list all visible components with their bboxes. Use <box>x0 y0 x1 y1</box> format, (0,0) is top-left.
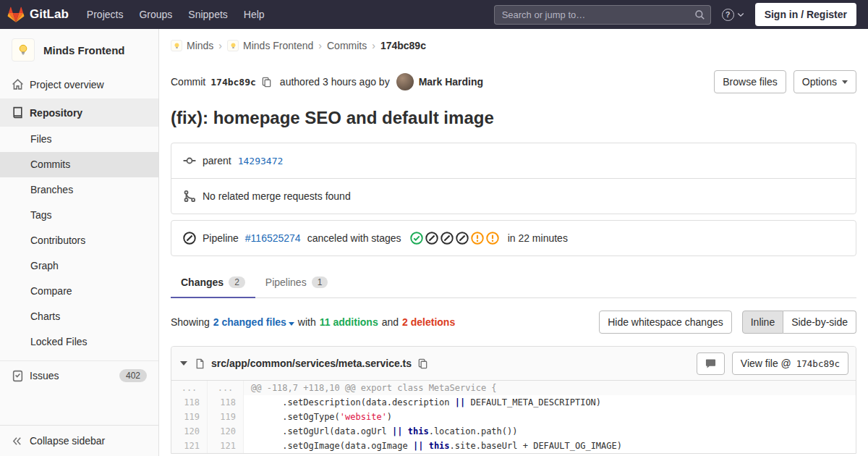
breadcrumb: Minds › Minds Frontend › Commits › 174bc… <box>171 29 856 61</box>
sidebar-item-repository[interactable]: Repository <box>0 98 158 127</box>
sidebar-item-issues[interactable]: Issues 402 <box>0 360 158 390</box>
sidebar-subitem-files[interactable]: Files <box>0 127 158 152</box>
nav-item-help[interactable]: Help <box>236 0 273 29</box>
options-dropdown-button[interactable]: Options <box>793 70 856 93</box>
file-icon <box>195 358 205 369</box>
old-line-number[interactable]: 118 <box>171 395 208 410</box>
with-label: with <box>298 316 316 328</box>
diff-line-row: 121 121 .setOgImage(data.ogImage || this… <box>171 439 856 453</box>
comment-button[interactable] <box>697 352 725 375</box>
breadcrumb-item-commits[interactable]: Commits <box>327 40 367 51</box>
collapse-file-caret-icon[interactable] <box>180 361 187 366</box>
sidebar-subitem-commits[interactable]: Commits <box>0 152 158 177</box>
project-avatar-icon <box>227 40 239 51</box>
chevron-down-icon <box>737 12 744 17</box>
inline-view-button[interactable]: Inline <box>742 311 783 334</box>
pipeline-id-link[interactable]: #116525274 <box>245 232 301 244</box>
stage-warning-icon[interactable] <box>486 232 499 245</box>
sidebar-subitem-locked-files[interactable]: Locked Files <box>0 329 158 355</box>
tab-changes[interactable]: Changes 2 <box>171 268 255 298</box>
diff-file-section: src/app/common/services/meta.service.ts <box>171 346 856 454</box>
commit-sha: 174bc89c <box>210 77 256 88</box>
sign-in-register-button[interactable]: Sign in / Register <box>755 3 856 26</box>
code-line: .setDescription(data.description || DEFA… <box>244 395 856 410</box>
stage-success-icon[interactable] <box>410 232 423 245</box>
old-line-number[interactable]: 120 <box>171 424 208 439</box>
tab-pipelines[interactable]: Pipelines 1 <box>255 268 339 298</box>
sidebar-subitem-charts[interactable]: Charts <box>0 304 158 329</box>
parent-sha-link[interactable]: 14293472 <box>238 156 284 166</box>
stage-canceled-icon[interactable] <box>425 232 438 245</box>
pipelines-count-badge: 1 <box>312 276 328 288</box>
view-file-button[interactable]: View file @ 174bc89c <box>732 352 848 375</box>
new-line-number[interactable]: 120 <box>208 424 244 439</box>
browse-files-button[interactable]: Browse files <box>714 70 786 93</box>
author-avatar[interactable] <box>396 73 414 90</box>
authored-text: authored 3 hours ago by <box>280 76 390 88</box>
browse-files-label: Browse files <box>723 76 777 88</box>
nav-item-groups[interactable]: Groups <box>131 0 180 29</box>
old-line-number[interactable]: 119 <box>171 410 208 424</box>
new-line-number[interactable]: 118 <box>208 395 244 410</box>
deletions-count: 2 deletions <box>402 316 455 328</box>
sidebar-item-project-overview[interactable]: Project overview <box>0 70 158 98</box>
nav-item-snippets[interactable]: Snippets <box>180 0 235 29</box>
author-name-link[interactable]: Mark Harding <box>419 76 483 88</box>
commit-label: Commit <box>171 76 205 88</box>
sidebar-item-label: Project overview <box>30 79 104 90</box>
comment-icon <box>705 358 716 369</box>
copy-sha-icon[interactable] <box>261 77 272 88</box>
gitlab-home-link[interactable]: GitLab <box>7 7 69 23</box>
repository-icon <box>12 106 24 119</box>
help-dropdown[interactable]: ? <box>722 9 744 21</box>
changed-files-dropdown[interactable]: 2 changed files <box>213 316 294 328</box>
sidebar-subitem-tags[interactable]: Tags <box>0 203 158 228</box>
global-search <box>494 5 711 25</box>
code-line: .setOgUrl(data.ogUrl || this.location.pa… <box>244 424 856 439</box>
project-name: Minds Frontend <box>43 44 125 56</box>
breadcrumb-item-minds[interactable]: Minds <box>171 40 213 51</box>
file-path-link[interactable]: src/app/common/services/meta.service.ts <box>211 358 412 369</box>
double-chevron-left-icon <box>12 436 22 447</box>
stage-canceled-icon[interactable] <box>441 232 454 245</box>
stage-warning-icon[interactable] <box>471 232 484 245</box>
commit-info-box: parent 14293472 No related merge request… <box>171 143 856 214</box>
new-line-number[interactable]: 119 <box>208 410 244 424</box>
breadcrumb-item-sha: 174bc89c <box>380 40 426 51</box>
sidebar-subitem-compare[interactable]: Compare <box>0 279 158 304</box>
lightbulb-icon <box>12 38 35 62</box>
sidebar-item-label: Issues <box>30 370 59 381</box>
no-merge-requests-text: No related merge requests found <box>203 190 351 202</box>
repository-subnav: Files Commits Branches Tags Contributors… <box>0 127 158 355</box>
pipeline-status-text: canceled with stages <box>307 232 401 244</box>
project-header[interactable]: Minds Frontend <box>0 29 158 70</box>
nav-item-projects[interactable]: Projects <box>79 0 132 29</box>
search-input[interactable] <box>494 5 711 25</box>
code-line: .setOgType('website') <box>244 410 856 424</box>
diff-line-row: 118 118 .setDescription(data.description… <box>171 395 856 410</box>
collapse-sidebar-label: Collapse sidebar <box>30 435 105 447</box>
chevron-down-icon <box>289 322 294 326</box>
chevron-down-icon <box>842 80 848 84</box>
breadcrumb-label: Minds <box>187 40 213 51</box>
issues-count-badge: 402 <box>119 369 147 382</box>
pipeline-box: Pipeline #116525274 canceled with stages… <box>171 220 856 256</box>
sidebar-subitem-graph[interactable]: Graph <box>0 253 158 279</box>
collapse-sidebar-button[interactable]: Collapse sidebar <box>0 425 158 456</box>
side-by-side-view-button[interactable]: Side-by-side <box>783 311 856 334</box>
sidebar-subitem-branches[interactable]: Branches <box>0 177 158 203</box>
copy-path-icon[interactable] <box>417 358 428 369</box>
sidebar-subitem-contributors[interactable]: Contributors <box>0 228 158 253</box>
changed-files-label: 2 changed files <box>213 316 286 328</box>
new-line-number[interactable]: 121 <box>208 439 244 453</box>
breadcrumb-item-minds-frontend[interactable]: Minds Frontend <box>227 40 313 51</box>
and-label: and <box>382 316 399 328</box>
diff-table: ... ... @@ -118,7 +118,10 @@ export clas… <box>171 381 856 453</box>
tab-label: Changes <box>181 276 224 288</box>
hide-whitespace-label: Hide whitespace changes <box>608 316 723 328</box>
old-line-number[interactable]: 121 <box>171 439 208 453</box>
hide-whitespace-button[interactable]: Hide whitespace changes <box>599 311 732 334</box>
diff-stats-row: Showing 2 changed files with 11 addition… <box>171 311 856 334</box>
stage-canceled-icon[interactable] <box>456 232 469 245</box>
pipeline-canceled-status-icon <box>183 232 196 245</box>
